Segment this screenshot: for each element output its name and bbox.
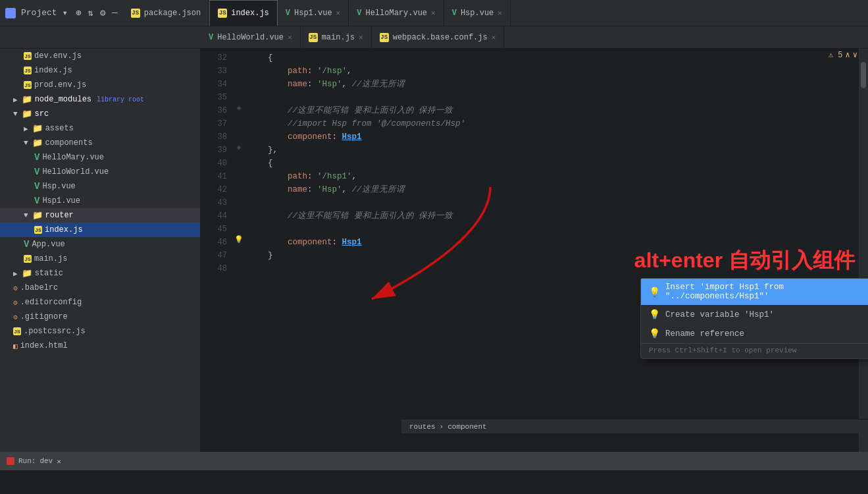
tab-close-icon[interactable]: ✕ (498, 9, 502, 17)
vue-file-icon: V (24, 239, 29, 250)
sidebar-item-router[interactable]: ▼ 📁 router (0, 208, 200, 223)
vue-file-icon: V (452, 9, 457, 18)
tab-package-json[interactable]: JS package.json (123, 0, 209, 26)
tab-close-icon[interactable]: ✕ (359, 33, 363, 41)
minimize-icon[interactable]: — (112, 7, 117, 18)
line-num: 34 (201, 78, 227, 91)
tab-label: Hsp.vue (461, 9, 494, 18)
tab-webpack-base[interactable]: JS webpack.base.conf.js ✕ (372, 26, 505, 48)
tab-close-icon[interactable]: ✕ (336, 9, 341, 17)
sidebar-item-index-js[interactable]: JS index.js (0, 63, 200, 78)
line-num: 43 (201, 196, 227, 209)
tab-close-icon[interactable]: ✕ (492, 33, 496, 41)
breadcrumb-routes[interactable]: routes (409, 423, 436, 431)
close-run-icon[interactable]: ✕ (57, 457, 61, 466)
js-file-icon: JS (24, 255, 32, 263)
sidebar-item-label: HelloWorld.vue (42, 167, 109, 177)
ctx-item-label: Create variable 'Hsp1' (665, 310, 774, 319)
tab-hellomary-vue[interactable]: V HelloMary.vue ✕ (349, 0, 444, 26)
line-num: 45 (201, 223, 227, 236)
sidebar-item-main-js[interactable]: JS main.js (0, 252, 200, 266)
sidebar-item-app-vue[interactable]: V App.vue (0, 237, 200, 252)
html-file-icon: ◧ (13, 342, 18, 350)
ctx-hint: Press Ctrl+Shift+I to open preview (641, 344, 868, 358)
add-icon[interactable]: ⊕ (76, 7, 81, 18)
chevron-right-icon: ▶ (24, 124, 28, 133)
ctx-item-create-variable[interactable]: 💡 Create variable 'Hsp1' ▶ (641, 305, 868, 324)
main-area: JS dev.env.js JS index.js JS prod.env.js… (0, 49, 868, 452)
breadcrumb-component[interactable]: component (447, 423, 486, 431)
sidebar-item-router-index-js[interactable]: JS index.js (0, 223, 200, 237)
tab-hsp1-vue[interactable]: V Hsp1.vue ✕ (278, 0, 349, 26)
sidebar-item-node-modules[interactable]: ▶ 📁 node_modules library root (0, 92, 200, 107)
tab-hsp-vue[interactable]: V Hsp.vue ✕ (444, 0, 511, 26)
line-numbers: 32 33 34 35 36 37 38 39 40 41 42 43 44 4… (201, 49, 232, 452)
chevron-right-icon: ▶ (13, 96, 18, 104)
sidebar-item-hellomary-vue[interactable]: V HelloMary.vue (0, 150, 200, 165)
title-bar-left: Project ▾ ⊕ ⇅ ⚙ — (5, 7, 118, 18)
expand-icon[interactable]: ∧ (846, 50, 850, 60)
ctx-item-insert-import[interactable]: 💡 Insert 'import Hsp1 from "../component… (641, 279, 868, 305)
fold-icon[interactable]: ◈ (232, 101, 245, 115)
tab2-label: webpack.base.conf.js (393, 33, 488, 42)
code-line-45 (245, 223, 859, 236)
line-num: 36 (201, 104, 227, 117)
vertical-scrollbar[interactable] (859, 49, 868, 452)
sidebar-item-babelrc[interactable]: ⚙ .babelrc (0, 281, 200, 295)
dev-label[interactable]: dev (39, 457, 53, 465)
chevron-down-icon: ▼ (13, 110, 18, 118)
sidebar-item-static[interactable]: ▶ 📁 static (0, 266, 200, 281)
tab-main-js[interactable]: JS main.js ✕ (301, 26, 372, 48)
tab-close-icon[interactable]: ✕ (431, 9, 436, 17)
run-icon (7, 457, 14, 465)
line-num: 41 (201, 170, 227, 183)
folder-icon: 📁 (22, 268, 32, 279)
code-line-42: name: 'Hsp', //这里无所谓 (245, 183, 859, 196)
sidebar-item-helloworld-vue[interactable]: V HelloWorld.vue (0, 165, 200, 179)
chevron-down-icon: ▼ (24, 211, 28, 219)
title-icons: ⊕ ⇅ ⚙ — (76, 7, 118, 18)
sidebar-item-index-html[interactable]: ◧ index.html (0, 339, 200, 353)
sidebar-item-assets[interactable]: ▶ 📁 assets (0, 121, 200, 136)
sidebar-item-hsp-vue[interactable]: V Hsp.vue (0, 179, 200, 194)
sidebar-item-src[interactable]: ▼ 📁 src (0, 107, 200, 121)
sidebar-item-hsp1-vue[interactable]: V Hsp1.vue (0, 194, 200, 208)
run-indicator: Run: dev ✕ (7, 457, 61, 466)
sidebar-item-label: components (45, 138, 93, 148)
folder-icon: 📁 (32, 210, 43, 221)
tab-helloworld-vue[interactable]: V HelloWorld.vue ✕ (201, 26, 301, 48)
code-line-34: name: 'Hsp', //这里无所谓 (245, 78, 859, 91)
sidebar-item-label: dev.env.js (34, 51, 82, 61)
tab2-label: main.js (322, 33, 355, 42)
sidebar-item-label: router (45, 211, 74, 220)
folder-icon: 📁 (32, 123, 43, 134)
ctx-item-rename-ref[interactable]: 💡 Rename reference ▶ (641, 324, 868, 343)
library-root-badge: library root (97, 96, 144, 103)
sidebar-item-label: .babelrc (20, 283, 59, 292)
tab-index-js[interactable]: JS index.js (209, 0, 278, 26)
line-num: 42 (201, 183, 227, 196)
warning-indicator[interactable]: ⚠ 5 ∧ ∨ (829, 50, 857, 60)
folder-icon: 📁 (32, 138, 43, 148)
vue-file-icon: V (357, 9, 361, 18)
sidebar-item-label: index.js (45, 225, 83, 234)
sidebar-item-label: index.js (34, 66, 72, 75)
sidebar-item-label: src (35, 109, 49, 119)
sort-icon[interactable]: ⇅ (88, 7, 93, 18)
settings-icon[interactable]: ⚙ (100, 7, 105, 18)
tab-close-icon[interactable]: ✕ (288, 33, 292, 41)
bulb-icon[interactable]: 💡 (232, 233, 245, 246)
line-num: 47 (201, 249, 227, 262)
dropdown-icon[interactable]: ▾ (63, 7, 68, 18)
fold-icon[interactable]: ◈ (232, 141, 245, 154)
chevron-down-icon: ▼ (24, 139, 28, 147)
sidebar-item-editorconfig[interactable]: ⚙ .editorconfig (0, 295, 200, 310)
sidebar-item-dev-env-js[interactable]: JS dev.env.js (0, 49, 200, 63)
line-num: 33 (201, 65, 227, 78)
sidebar-item-prod-env-js[interactable]: JS prod.env.js (0, 78, 200, 92)
code-line-33: path: '/hsp', (245, 65, 859, 78)
sidebar-item-postcssrc[interactable]: JS .postcssrc.js (0, 324, 200, 339)
collapse-icon[interactable]: ∨ (853, 50, 857, 60)
sidebar-item-components[interactable]: ▼ 📁 components (0, 136, 200, 150)
sidebar-item-gitignore[interactable]: ⚙ .gitignore (0, 310, 200, 324)
